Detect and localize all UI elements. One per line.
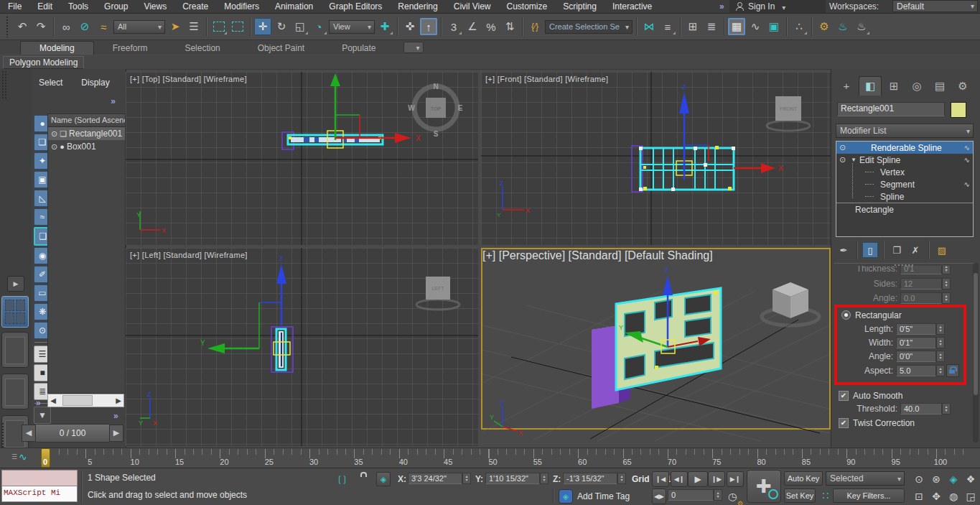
go-to-end-button[interactable]: ▶❙ <box>727 471 744 487</box>
zoom-icon[interactable]: ⊙ <box>910 471 928 488</box>
angle2-value[interactable]: 0'0" <box>896 351 936 362</box>
workspace-select[interactable]: Default <box>892 0 978 12</box>
selection-set-dropdown[interactable]: Selected <box>826 471 905 486</box>
ribbon-toggle-icon[interactable]: ▦ <box>728 18 745 35</box>
explorer-chevron[interactable]: » <box>113 411 118 421</box>
menu-item[interactable]: Modifiers <box>216 0 267 13</box>
mirror-icon[interactable]: ⋈ <box>640 18 658 35</box>
explorer-menu-display[interactable]: Display <box>81 78 109 88</box>
toolbar-grip[interactable] <box>6 16 9 37</box>
menu-item[interactable]: Graph Editors <box>321 0 390 13</box>
stack-subitem-spline[interactable]: Spline <box>836 190 973 203</box>
spinner[interactable] <box>936 365 945 376</box>
tab-display[interactable]: ▤ <box>929 77 951 96</box>
render-setup-icon[interactable]: ⚙ <box>816 18 833 35</box>
stack-item-rectangle[interactable]: Rectangle <box>836 203 973 216</box>
redo-icon[interactable]: ↷ <box>32 18 50 35</box>
curve-editor-icon[interactable]: ∿ <box>747 18 764 35</box>
undo-icon[interactable]: ↶ <box>14 18 31 35</box>
named-selection-sets-icon[interactable]: {∕} <box>526 18 543 35</box>
viewport-toggle-icon[interactable]: ∿ <box>964 144 970 152</box>
menu-item[interactable]: Group <box>96 0 136 13</box>
scrollbar-thumb[interactable] <box>62 395 93 406</box>
select-and-rotate-icon[interactable]: ↻ <box>273 18 290 35</box>
orbit-icon[interactable]: ◍ <box>945 488 962 505</box>
set-key-button[interactable]: Set Key <box>784 488 816 503</box>
stack-item-renderable-spline[interactable]: ⊙ Renderable Spline ∿ <box>836 142 973 154</box>
toolbar-overflow-chevron[interactable]: » <box>719 1 724 11</box>
panel-scrollbar[interactable] <box>973 263 979 443</box>
spinner[interactable] <box>942 266 951 274</box>
tab-freeform[interactable]: Freeform <box>94 42 167 55</box>
set-keys-button[interactable]: ✚ <box>747 470 781 503</box>
render-production-icon[interactable]: ♨ <box>853 18 870 35</box>
rendered-frame-window-icon[interactable]: ♨ <box>834 18 851 35</box>
time-slider-value[interactable]: 0 / 100 <box>36 424 109 443</box>
explorer-chevron[interactable]: » <box>36 398 41 408</box>
mini-curve-editor-icon[interactable]: ☰ ∿ <box>11 451 27 463</box>
remove-modifier-icon[interactable]: ✗ <box>907 242 923 258</box>
menu-item[interactable]: Scripting <box>555 0 605 13</box>
z-coordinate-field[interactable]: -1'3 15/32" <box>563 473 617 484</box>
object-name-field[interactable]: Rectangle001 <box>837 102 945 116</box>
schematic-view-icon[interactable]: ▣ <box>765 18 783 35</box>
expand-icon[interactable]: ▼ <box>851 157 857 163</box>
viewport-perspective[interactable]: [+] [Perspective] [Standard] [Default Sh… <box>481 248 831 430</box>
spinner[interactable] <box>617 473 626 484</box>
menu-item[interactable]: Rendering <box>390 0 445 13</box>
show-end-result-icon[interactable]: ▯ <box>862 242 878 258</box>
viewport-top-label[interactable]: [+] [Top] [Standard] [Wireframe] <box>130 75 247 83</box>
angle-snap-icon[interactable]: ∠ <box>464 18 481 35</box>
configure-modifier-sets-icon[interactable]: ▨ <box>934 242 950 258</box>
viewport-front-label[interactable]: [+] [Front] [Standard] [Wireframe] <box>485 75 608 83</box>
ribbon-minimize-button[interactable] <box>403 42 424 53</box>
select-and-place-icon[interactable]: ◔ <box>310 18 327 35</box>
zoom-region-icon[interactable]: ⊡ <box>910 488 928 505</box>
unlink-selection-icon[interactable]: ⊘ <box>76 18 93 35</box>
filter-funnel-icon[interactable]: ▼ <box>34 407 51 424</box>
aspect-value[interactable]: 5.0 <box>896 365 936 376</box>
stack-item-edit-spline[interactable]: ⊙ ▼ Edit Spline ∿ <box>836 154 973 166</box>
rectangular-selection-region-icon[interactable] <box>210 18 228 35</box>
eye-icon[interactable]: ⊙ <box>51 129 57 139</box>
auto-smooth-checkbox[interactable]: ✔ <box>839 391 849 401</box>
column-header-name[interactable]: Name (Sorted Ascend <box>48 114 125 127</box>
play-button[interactable]: ▶ <box>688 471 708 487</box>
explorer-overflow-chevron[interactable]: » <box>111 96 116 106</box>
select-and-link-icon[interactable]: ∞ <box>57 18 75 35</box>
percent-snap-icon[interactable]: % <box>482 18 500 35</box>
reference-coordinate-dropdown[interactable]: View <box>329 20 375 34</box>
modifier-list-dropdown[interactable]: Modifier List <box>836 124 974 138</box>
angle-value[interactable]: 0.0 <box>900 292 942 304</box>
width-value[interactable]: 0'1" <box>896 337 936 348</box>
rectangular-radio[interactable] <box>841 310 851 320</box>
explorer-horizontal-scrollbar[interactable]: ◀ ▶ <box>47 394 124 407</box>
aspect-lock-button[interactable] <box>946 364 959 377</box>
absolute-offset-toggle-icon[interactable]: ◈ <box>376 472 391 486</box>
go-to-start-button[interactable]: ❙◀ <box>652 471 669 487</box>
tab-selection[interactable]: Selection <box>166 42 238 55</box>
tab-create[interactable]: + <box>836 77 857 96</box>
length-value[interactable]: 0'5" <box>896 323 936 335</box>
sign-in-dropdown[interactable]: Sign In <box>729 0 826 13</box>
sides-value[interactable]: 12 <box>900 278 942 289</box>
maxscript-mini-listener-input[interactable]: MAXScript Mi <box>1 486 78 502</box>
subobject-level-button[interactable] <box>1 296 29 328</box>
spinner[interactable] <box>462 473 471 484</box>
isolate-selection-icon[interactable]: ❲❳ <box>336 474 346 484</box>
stack-subitem-vertex[interactable]: Vertex <box>836 166 973 178</box>
tab-motion[interactable]: ◎ <box>906 77 928 96</box>
spinner[interactable] <box>714 489 722 501</box>
spinner[interactable] <box>540 473 549 484</box>
scroll-right-arrow[interactable]: ▶ <box>113 397 123 404</box>
viewport-front[interactable]: [+] [Front] [Standard] [Wireframe] <box>481 72 831 245</box>
key-mode-toggle-icon[interactable]: ◀▶ <box>652 488 666 504</box>
menu-item[interactable]: Interactive <box>605 0 660 13</box>
zoom-extents-icon[interactable]: ◈ <box>945 471 962 488</box>
select-and-scale-icon[interactable]: ◱ <box>291 18 309 35</box>
viewport-perspective-scene[interactable]: Z Y Z Y X <box>482 262 829 441</box>
menu-item[interactable]: File <box>0 0 29 13</box>
menu-item[interactable]: Create <box>174 0 216 13</box>
align-icon[interactable]: ≡ <box>659 18 676 35</box>
track-bar[interactable]: ☰ ∿ 051015202530354045505560657075808590… <box>0 448 980 468</box>
